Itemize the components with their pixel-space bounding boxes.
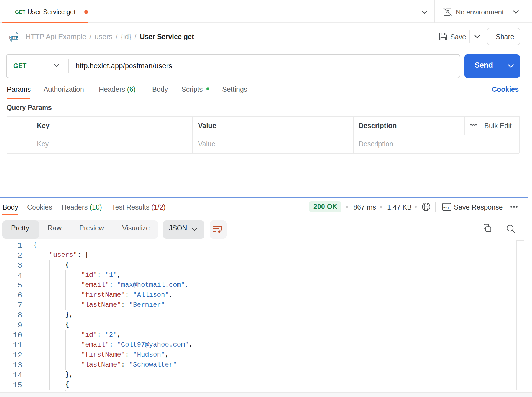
svg-text:e.g.: e.g. [443,205,450,209]
svg-text:HTTP: HTTP [9,35,18,40]
